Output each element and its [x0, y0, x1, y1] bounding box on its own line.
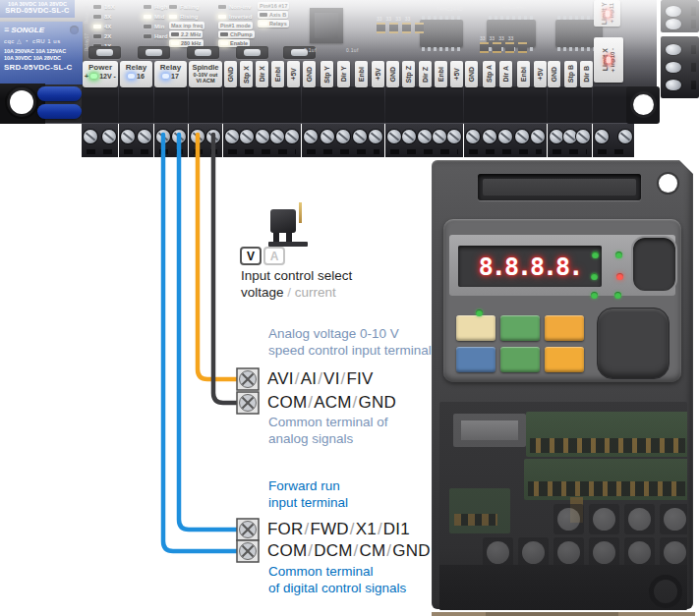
- screw-terminal-icon: [236, 539, 260, 563]
- terminal-row-for: FOR/FWD/X1/DI1: [236, 518, 410, 541]
- wire-blue-for: [179, 135, 242, 530]
- screw-terminal-icon: [236, 518, 260, 541]
- digital-common-note: Common terminal of digital control signa…: [268, 563, 406, 596]
- forward-run-note: Forward run input terminal: [268, 477, 348, 511]
- analog-input-note: Analog voltage 0-10 V speed control inpu…: [268, 325, 432, 359]
- jumper-cap-icon: [268, 209, 310, 245]
- terminal-row-avi: AVI/AI/VI/FIV: [236, 367, 374, 391]
- wire-orange-avi: [198, 135, 242, 379]
- terminal-label-acm: COM/ACM/GND: [267, 393, 396, 413]
- terminal-row-dcm: COM/DCM/CM/GND: [236, 539, 431, 563]
- terminal-label-avi: AVI/AI/VI/FIV: [267, 369, 374, 389]
- voltage-key: V: [240, 247, 262, 265]
- terminal-row-acm: COM/ACM/GND: [236, 391, 396, 415]
- screw-terminal-icon: [236, 391, 260, 415]
- terminal-label-for: FOR/FWD/X1/DI1: [267, 520, 410, 539]
- wire-dark-acm: [213, 135, 242, 403]
- terminal-label-dcm: COM/DCM/CM/GND: [267, 541, 431, 561]
- wire-blue-com: [163, 135, 242, 551]
- select-note: Input control select voltage / current: [241, 267, 352, 301]
- analog-common-note: Common terminal of analog signals: [268, 414, 388, 447]
- screw-terminal-icon: [236, 367, 260, 391]
- current-key: A: [263, 247, 285, 265]
- wiring-diagram: 10A 30VDC 10A 28VDC SRD-05VDC-SL-C ≡ SON…: [0, 0, 699, 616]
